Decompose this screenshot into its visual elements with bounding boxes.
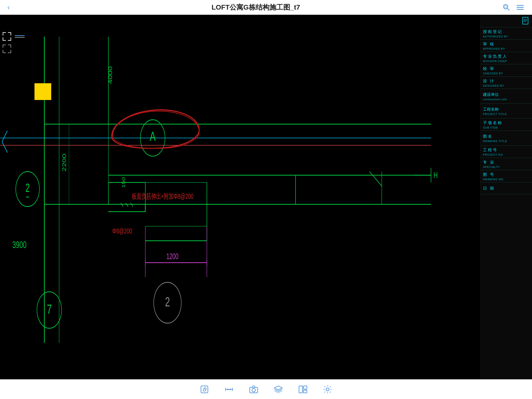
svg-rect-6 xyxy=(0,15,480,379)
svg-line-1 xyxy=(507,8,509,10)
svg-point-79 xyxy=(326,388,329,391)
panel-doc-icon xyxy=(481,15,532,27)
panel-approved: 审 核 APPROVED BY xyxy=(481,40,532,52)
svg-text:150: 150 xyxy=(121,177,126,188)
settings-button[interactable] xyxy=(323,384,332,394)
back-button[interactable]: ‹ xyxy=(7,3,10,11)
svg-text:2200: 2200 xyxy=(61,154,67,171)
canvas-area: 4000 H 2200 150 xyxy=(0,15,480,379)
technical-drawing: 4000 H 2200 150 xyxy=(0,15,480,379)
measure-button[interactable] xyxy=(224,384,234,394)
panel-drawing-title: 图 名 DRAWING TITLE xyxy=(481,131,532,146)
svg-marker-75 xyxy=(274,386,282,390)
panel-drawing-no: 图 号 DRAWING NO. xyxy=(481,170,532,183)
svg-text:3900: 3900 xyxy=(12,239,27,250)
svg-text:2: 2 xyxy=(165,295,170,309)
svg-rect-76 xyxy=(299,386,302,393)
shrink-control[interactable] xyxy=(2,44,25,53)
svg-text:7: 7 xyxy=(47,302,52,317)
panel-project-title: 工程名称 PROJECT TITLE xyxy=(481,104,532,118)
top-right-icons xyxy=(502,3,525,12)
svg-rect-78 xyxy=(303,390,307,393)
camera-button[interactable] xyxy=(249,384,259,394)
svg-text:4000: 4000 xyxy=(107,66,113,84)
panels-button[interactable] xyxy=(298,384,308,394)
top-left-controls xyxy=(2,32,25,53)
edit-button[interactable] xyxy=(200,384,209,394)
panel-checked-by: 校 审 CHECKED BY xyxy=(481,64,532,77)
svg-point-74 xyxy=(252,388,255,392)
svg-rect-62 xyxy=(523,17,528,24)
svg-text:2: 2 xyxy=(25,181,30,195)
search-icon[interactable] xyxy=(502,3,511,12)
svg-text:A: A xyxy=(150,129,156,144)
panel-division-chief: 专业负责人 DIVISION CHIEF xyxy=(481,52,532,64)
bottom-bar xyxy=(0,379,532,399)
panel-authorized: 授权登记 AUTHORIZED BY xyxy=(481,27,532,40)
svg-rect-77 xyxy=(303,386,307,389)
menu-icon[interactable] xyxy=(516,3,525,12)
layers-button[interactable] xyxy=(273,384,283,394)
top-bar: ‹ LOFT公寓G栋结构施工图_t7 xyxy=(0,0,532,15)
svg-text:板面负筋伸出+附加Φ8@200: 板面负筋伸出+附加Φ8@200 xyxy=(132,192,194,200)
panel-date: 日 期 xyxy=(481,183,532,194)
panel-construction-unit: 建设单位 construction unit xyxy=(481,89,532,104)
svg-text:H: H xyxy=(433,170,438,180)
panel-designed-by: 设 计 DESIGNED BY xyxy=(481,77,532,89)
panel-project-no: 工程号 PROJECT NO. xyxy=(481,146,532,158)
line-style-icons xyxy=(15,35,25,38)
panel-specialty: 专 业 SPECIALTY xyxy=(481,158,532,170)
page-title: LOFT公寓G栋结构施工图_t7 xyxy=(212,3,300,12)
right-panel: 授权登记 AUTHORIZED BY 审 核 APPROVED BY 专业负责人… xyxy=(480,15,532,379)
svg-point-0 xyxy=(503,4,508,9)
panel-sub-item: 子项名称 SUB ITEM xyxy=(481,118,532,131)
svg-text:1200: 1200 xyxy=(166,252,179,261)
svg-point-2 xyxy=(504,5,507,8)
svg-text:Φ8@200: Φ8@200 xyxy=(112,227,132,235)
yellow-marker xyxy=(34,83,51,100)
expand-control[interactable] xyxy=(2,32,25,41)
svg-rect-66 xyxy=(201,386,208,393)
